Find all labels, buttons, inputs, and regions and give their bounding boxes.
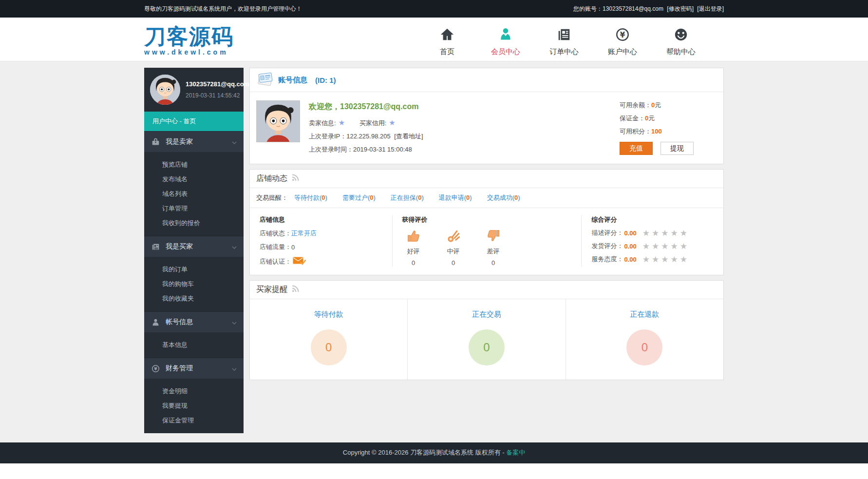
star-icon: ★ <box>389 118 395 127</box>
reminder-refund-request[interactable]: 退款申请(0) <box>439 193 472 202</box>
sidebar-item-my-orders[interactable]: 我的订单 <box>144 262 244 277</box>
buyer-refunding-link[interactable]: 正在退款 <box>630 310 659 319</box>
buyer-panel-title: 买家提醒 <box>256 285 287 295</box>
points-label: 可用积分： <box>620 128 651 135</box>
account-info-panel: 账号信息 (ID: 1) 欢迎您，1302357281@qq.com 卖家信息:… <box>249 68 724 164</box>
shop-panel-header: 店铺动态 <box>250 170 723 188</box>
buyer-panel-header: 买家提醒 <box>250 281 723 299</box>
account-info-block: 欢迎您，1302357281@qq.com 卖家信息:★ 买家信用:★ 上次登录… <box>309 100 620 155</box>
shop-cert-row: 店铺认证： <box>260 256 382 267</box>
rating-good: 好评 0 <box>402 229 425 267</box>
finance-summary: 可用余额：0元 保证金：0元 可用积分：100 充值 提现 <box>620 100 717 155</box>
rating-stars: ★★★★★ <box>642 242 689 250</box>
shop-info-title: 店铺信息 <box>260 215 382 224</box>
rating-medium: 中评 0 <box>442 229 465 267</box>
order-icon <box>542 25 586 42</box>
sidebar-account-items: 基本信息 <box>144 332 244 358</box>
recharge-button[interactable]: 充值 <box>620 142 653 155</box>
seller-info-label: 卖家信息: <box>309 119 336 127</box>
points-value: 100 <box>651 128 662 135</box>
nav-item-home[interactable]: 首页 <box>425 22 470 57</box>
envelope-check-icon <box>293 256 306 267</box>
reminder-trade-success[interactable]: 交易成功(0) <box>487 193 520 202</box>
nav-item-account-center[interactable]: ¥ 账户中心 <box>600 22 645 57</box>
coin-icon: ¥ <box>151 364 160 373</box>
buyer-reminder-panel: 买家提醒 等待付款 0 正在交易 0 正在退款 <box>249 280 724 380</box>
change-password-link[interactable]: [修改密码] <box>667 5 694 12</box>
sidebar-item-preview-shop[interactable]: 预览店铺 <box>144 157 244 172</box>
deposit-unit: 元 <box>648 115 655 122</box>
buyer-refunding-cell: 正在退款 0 <box>566 299 723 380</box>
buyer-trading-link[interactable]: 正在交易 <box>472 310 501 319</box>
sidebar-section-finance[interactable]: ¥ 财务管理 <box>144 358 244 379</box>
shop-traffic-label: 店铺流量： <box>260 243 291 251</box>
sidebar-item-withdraw[interactable]: 我要提现 <box>144 399 244 413</box>
reminder-need-transfer[interactable]: 需要过户(0) <box>342 193 376 202</box>
account-panel-body: 欢迎您，1302357281@qq.com 卖家信息:★ 买家信用:★ 上次登录… <box>250 92 723 164</box>
header: 刀客源码 www.dkewl.com 首页 会员中心 订单中心 <box>0 18 868 61</box>
points-row: 可用积分：100 <box>620 127 717 136</box>
shop-info-column: 店铺信息 店铺状态： 正常开店 店铺流量： 0 店铺认证： <box>250 215 392 267</box>
sidebar: 1302357281@qq.com 2019-03-31 14:55:42 用户… <box>144 68 244 433</box>
score-service-row: 服务态度： 0.00 ★★★★★ <box>591 255 714 264</box>
bottom-spacer <box>0 463 868 479</box>
chevron-down-icon <box>232 138 237 146</box>
sidebar-item-received-offers[interactable]: 我收到的报价 <box>144 216 244 230</box>
logout-link[interactable]: [退出登录] <box>697 5 724 12</box>
sidebar-section-seller[interactable]: 我是卖家 <box>144 131 244 152</box>
last-login-label: 上次登录时间： <box>309 146 353 153</box>
rss-icon <box>291 285 300 295</box>
sidebar-item-fund-details[interactable]: 资金明细 <box>144 384 244 399</box>
last-ip-value: 122.225.98.205 <box>346 133 390 140</box>
sidebar-seller-items: 预览店铺 发布域名 域名列表 订单管理 我收到的报价 <box>144 152 244 236</box>
sidebar-item-publish-domain[interactable]: 发布域名 <box>144 172 244 187</box>
last-ip-row: 上次登录IP：122.225.98.205 [查看地址] <box>309 132 620 141</box>
shop-status-link[interactable]: 正常开店 <box>291 229 317 238</box>
buyer-waiting-payment-link[interactable]: 等待付款 <box>314 310 343 319</box>
scores-column: 综合评分 描述评分： 0.00 ★★★★★ 发货评分： 0.00 ★★★★★ <box>581 215 723 267</box>
rss-icon <box>291 173 300 184</box>
shop-status-row: 店铺状态： 正常开店 <box>260 229 382 238</box>
account-label: 您的账号： <box>573 5 603 12</box>
shop-traffic-value: 0 <box>291 244 295 251</box>
view-address-link[interactable]: [查看地址] <box>394 133 423 140</box>
logo[interactable]: 刀客源码 www.dkewl.com <box>144 23 234 56</box>
buyer-waiting-payment-count: 0 <box>311 329 347 365</box>
nav-item-member-center[interactable]: 会员中心 <box>483 22 528 57</box>
sidebar-item-deposit-manage[interactable]: 保证金管理 <box>144 413 244 428</box>
svg-text:¥: ¥ <box>154 366 157 371</box>
sidebar-item-user-center-home[interactable]: 用户中心 - 首页 <box>144 112 244 131</box>
beian-link[interactable]: 备案中 <box>506 449 525 456</box>
sidebar-item-my-cart[interactable]: 我的购物车 <box>144 277 244 291</box>
sidebar-item-domain-list[interactable]: 域名列表 <box>144 187 244 201</box>
buyer-panel-body: 等待付款 0 正在交易 0 正在退款 0 <box>250 299 723 380</box>
svg-text:¥: ¥ <box>620 30 625 39</box>
sidebar-item-basic-info[interactable]: 基本信息 <box>144 338 244 352</box>
rating-stars: ★★★★★ <box>642 229 689 237</box>
chevron-down-icon <box>232 318 237 326</box>
buyer-refunding-count: 0 <box>626 329 662 365</box>
withdraw-button[interactable]: 提现 <box>660 142 694 155</box>
deposit-row: 保证金：0元 <box>620 114 717 123</box>
deposit-label: 保证金： <box>620 115 645 122</box>
thumb-up-icon <box>406 237 421 245</box>
logo-subtitle: www.dkewl.com <box>144 49 234 56</box>
logo-title: 刀客源码 <box>144 26 234 47</box>
scores-title: 综合评分 <box>591 215 714 224</box>
ratings-title: 获得评价 <box>402 215 572 224</box>
sidebar-item-my-favorites[interactable]: 我的收藏夹 <box>144 291 244 306</box>
nav-item-order-center[interactable]: 订单中心 <box>542 22 586 57</box>
trade-reminder-label: 交易提醒： <box>256 193 288 202</box>
nav-item-help-center[interactable]: 帮助中心 <box>659 22 703 57</box>
sidebar-item-order-manage[interactable]: 订单管理 <box>144 201 244 216</box>
thumb-down-icon <box>486 237 501 245</box>
sidebar-section-account-info[interactable]: 帐号信息 <box>144 311 244 332</box>
content: 账号信息 (ID: 1) 欢迎您，1302357281@qq.com 卖家信息:… <box>249 68 724 385</box>
reminder-in-escrow[interactable]: 正在担保(0) <box>391 193 424 202</box>
sidebar-section-buyer[interactable]: 我是买家 <box>144 236 244 257</box>
ok-hand-icon <box>446 237 461 245</box>
reminder-waiting-payment[interactable]: 等待付款(0) <box>294 193 327 202</box>
main-area: 1302357281@qq.com 2019-03-31 14:55:42 用户… <box>0 61 868 442</box>
buyer-trading-cell: 正在交易 0 <box>408 299 566 380</box>
shop-cert-label: 店铺认证： <box>260 257 291 266</box>
